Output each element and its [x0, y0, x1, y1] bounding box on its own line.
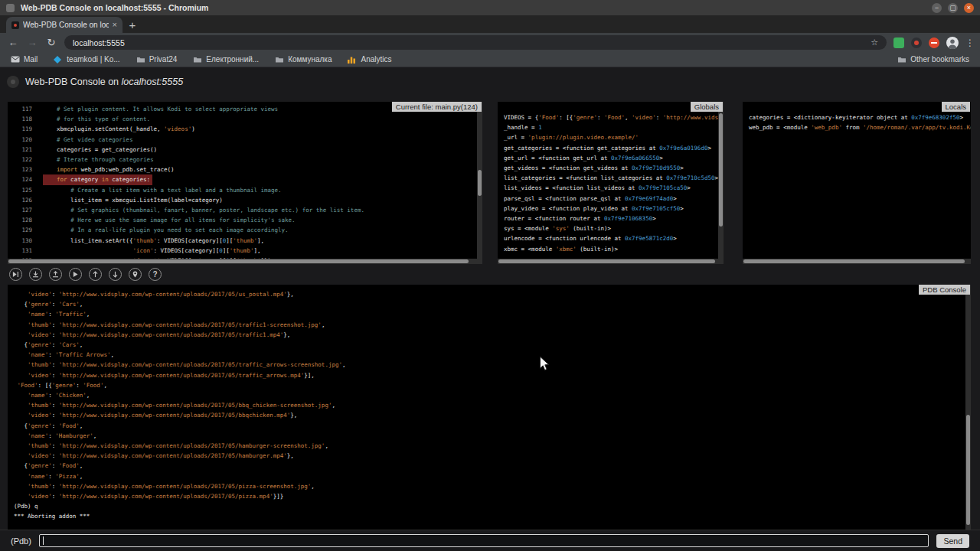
console-line: 'thumb': 'http://www.vidsplay.com/wp-con…	[14, 481, 971, 491]
console-line: 'thumb': 'http://www.vidsplay.com/wp-con…	[14, 400, 971, 410]
extension-icon-1[interactable]	[893, 37, 904, 48]
vertical-scrollbar[interactable]	[718, 102, 724, 264]
line-number: 129	[14, 225, 32, 235]
console-line: 'name': 'Traffic',	[14, 309, 971, 319]
line-number: 125	[14, 185, 32, 195]
line-number: 123	[14, 165, 32, 174]
line-number: 121	[14, 145, 32, 155]
code-line: 118 # for this type of content.	[14, 114, 482, 124]
window-minimize-button[interactable]: −	[932, 3, 942, 13]
profile-avatar[interactable]	[946, 37, 959, 49]
bookmark-item-teamkodi[interactable]: teamkodi | Ko...	[54, 55, 119, 64]
next-button[interactable]	[9, 268, 22, 281]
line-number: 122	[14, 155, 32, 165]
window-maximize-button[interactable]: ▢	[948, 3, 958, 13]
back-icon[interactable]: ←	[7, 37, 19, 48]
code-line: 119 xbmcplugin.setContent(_handle, 'vide…	[14, 124, 482, 134]
extension-icon-3[interactable]	[929, 37, 939, 48]
console-line: *** Aborting addon ***	[14, 511, 971, 521]
web-pdb-page: Web-PDB Console on localhost:5555 Curren…	[0, 67, 980, 551]
console-line: {'genre': 'Food',	[14, 461, 971, 471]
top-panels-row: Current file: main.py(124) 117 # Set plu…	[8, 102, 971, 264]
page-header: Web-PDB Console on localhost:5555	[7, 76, 183, 88]
bookmarks-bar: Mail teamkodi | Ko... Privat24 Електронн…	[0, 52, 980, 67]
variable-line: urlencode = <function urlencode at 0x7f9…	[504, 233, 724, 243]
locals-panel: Locals categories = <dictionary-keyitera…	[743, 102, 971, 264]
code-line: 123 import web_pdb;web_pdb.set_trace()	[14, 165, 482, 174]
bookmark-folder-privat24[interactable]: Privat24	[136, 55, 178, 64]
console-line: 'name': 'Hamburger',	[14, 431, 971, 441]
window-icon	[6, 4, 15, 12]
vertical-scrollbar[interactable]	[965, 285, 971, 530]
bookmark-item-mail[interactable]: Mail	[11, 55, 38, 64]
console-line: 'name': 'Traffic Arrows',	[14, 350, 971, 360]
browser-menu-icon[interactable]: ⋮	[965, 37, 973, 48]
forward-icon[interactable]: →	[26, 37, 38, 48]
line-number: 131	[14, 246, 32, 256]
variable-line: web_pdb = <module 'web_pdb' from '/home/…	[749, 122, 971, 132]
down-button[interactable]	[109, 268, 122, 281]
line-number: 117	[14, 104, 32, 114]
bookmark-item-analytics[interactable]: Analytics	[348, 55, 391, 64]
console-line: 'thumb': 'http://www.vidsplay.com/wp-con…	[14, 441, 971, 451]
locals-listing: categories = <dictionary-keyiterator obj…	[743, 102, 971, 264]
code-line: 130 list_item.setArt({'thumb': VIDEOS[ca…	[14, 236, 482, 246]
browser-tab-bar: Web-PDB Console on loca × +	[0, 15, 980, 33]
horizontal-scrollbar[interactable]	[743, 259, 971, 264]
console-line: {'genre': 'Cars',	[14, 299, 971, 309]
reload-icon[interactable]: ↻	[45, 37, 57, 48]
step-into-icon	[32, 271, 39, 278]
console-line: 'Food': [{'genre': 'Food',	[14, 380, 971, 390]
bookmark-label: Privat24	[149, 55, 178, 64]
arrow-down-icon	[112, 271, 119, 278]
prompt-row: (Pdb) Send	[0, 530, 980, 551]
help-icon: ?	[152, 271, 157, 279]
bookmark-star-icon[interactable]: ☆	[871, 37, 878, 47]
new-tab-button[interactable]: +	[122, 18, 142, 33]
person-icon	[946, 37, 959, 49]
where-button[interactable]	[129, 268, 142, 281]
folder-icon	[897, 55, 906, 64]
folder-icon	[193, 55, 202, 64]
console-line: 'video': 'http://www.vidsplay.com/wp-con…	[14, 491, 971, 501]
console-line: {'genre': 'Food',	[14, 421, 971, 431]
globals-panel: Globals VIDEOS = {'Food': [{'genre': 'Fo…	[498, 102, 724, 264]
debug-toolbar: ?	[9, 268, 162, 281]
horizontal-scrollbar[interactable]	[8, 259, 482, 264]
variable-line: categories = <dictionary-keyiterator obj…	[749, 112, 971, 122]
other-bookmarks-button[interactable]: Other bookmarks	[897, 55, 969, 64]
code-line: 127 # Set graphics (thumbnail, fanart, b…	[14, 205, 482, 215]
browser-tab[interactable]: Web-PDB Console on loca ×	[6, 17, 122, 33]
code-line: 122 # Iterate through categories	[14, 155, 482, 165]
console-output: 'video': 'http://www.vidsplay.com/wp-con…	[8, 285, 971, 530]
help-button[interactable]: ?	[149, 268, 162, 281]
console-line: 'video': 'http://www.vidsplay.com/wp-con…	[14, 451, 971, 461]
page-title: Web-PDB Console on localhost:5555	[25, 77, 183, 87]
bookmark-folder-kommunalka[interactable]: Коммуналка	[275, 55, 332, 64]
address-bar[interactable]: localhost:5555 ☆	[64, 35, 887, 50]
bookmark-folder-electronic[interactable]: Електронний...	[193, 55, 259, 64]
send-button[interactable]: Send	[936, 534, 969, 548]
analytics-icon	[348, 55, 357, 64]
vertical-scrollbar[interactable]	[477, 102, 482, 264]
up-button[interactable]	[89, 268, 102, 281]
window-close-button[interactable]: ×	[964, 3, 974, 13]
console-line: 'thumb': 'http://www.vidsplay.com/wp-con…	[14, 320, 971, 330]
mail-icon	[11, 55, 20, 64]
step-out-button[interactable]	[49, 268, 62, 281]
line-number: 120	[14, 135, 32, 145]
line-number: 130	[14, 236, 32, 246]
bookmark-label: Analytics	[361, 55, 391, 64]
bookmark-label: Коммуналка	[288, 55, 332, 64]
console-line: 'video': 'http://www.vidsplay.com/wp-con…	[14, 370, 971, 380]
extension-icon-2[interactable]	[911, 37, 922, 48]
line-number: 127	[14, 205, 32, 215]
horizontal-scrollbar[interactable]	[498, 259, 724, 264]
variable-line: get_videos = <function get_videos at 0x7…	[504, 163, 724, 173]
step-into-button[interactable]	[29, 268, 42, 281]
continue-button[interactable]	[69, 268, 82, 281]
pdb-command-input[interactable]	[39, 534, 929, 547]
tab-close-icon[interactable]: ×	[113, 21, 117, 29]
pdb-prompt-label: (Pdb)	[11, 536, 31, 546]
folder-icon	[136, 55, 145, 64]
